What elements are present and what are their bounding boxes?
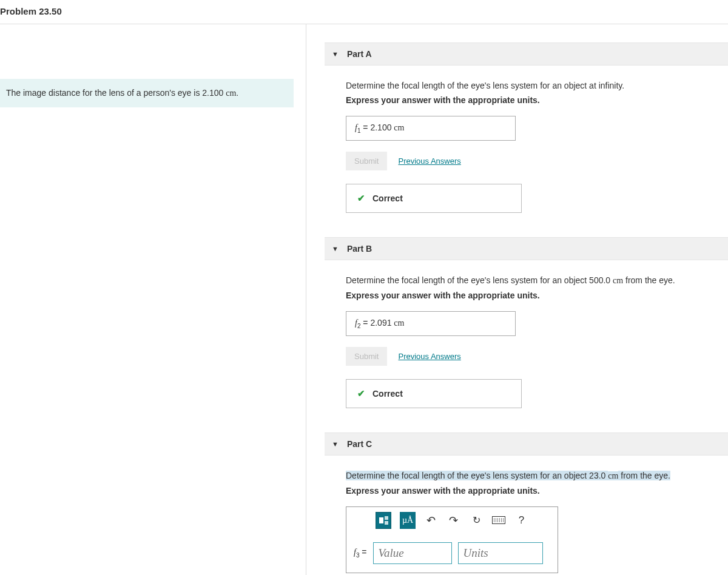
special-chars-icon[interactable]: µÅ [400, 512, 416, 529]
previous-answers-link[interactable]: Previous Answers [398, 156, 460, 166]
part-b-label: Part B [347, 244, 372, 254]
part-a-label: Part A [347, 49, 372, 59]
part-a-answer: f1 = 2.100 cm [346, 116, 516, 141]
part-c-hint: Express your answer with the appropriate… [346, 486, 707, 496]
part-b-body: Determine the focal length of the eye's … [325, 260, 728, 408]
part-b-answer: f2 = 2.091 cm [346, 311, 516, 336]
part-b-hint: Express your answer with the appropriate… [346, 291, 707, 300]
part-c-body: Determine the focal length of the eye's … [325, 456, 728, 575]
part-b-prompt: Determine the focal length of the eye's … [346, 275, 707, 286]
templates-icon[interactable] [376, 512, 391, 529]
part-c-input-row: f3 = [346, 534, 558, 573]
caret-down-icon: ▼ [332, 440, 339, 448]
part-c-prompt-unit: cm [608, 471, 618, 480]
part-a-value: 2.100 [370, 123, 391, 132]
part-a-header[interactable]: ▼ Part A [325, 42, 728, 66]
part-c: ▼ Part C Determine the focal length of t… [325, 432, 728, 575]
caret-down-icon: ▼ [332, 245, 339, 252]
right-column: ▼ Part A Determine the focal length of t… [306, 24, 728, 575]
equals: = [363, 123, 370, 132]
answer-toolbar: µÅ ↶ ↷ ↻ ? [346, 507, 558, 534]
submit-button: Submit [346, 347, 387, 366]
part-b-buttons: Submit Previous Answers [346, 347, 707, 366]
previous-answers-link[interactable]: Previous Answers [398, 352, 460, 361]
check-icon: ✔ [357, 193, 365, 204]
part-c-prompt-post: from the eye. [618, 471, 670, 480]
part-b-prompt-unit: cm [613, 276, 623, 285]
part-b-unit: cm [394, 318, 404, 328]
part-a-correct: ✔ Correct [346, 184, 522, 213]
correct-label: Correct [372, 389, 403, 398]
part-c-prompt-pre: Determine the focal length of the eye's … [346, 471, 608, 480]
part-b-value: 2.091 [370, 318, 391, 328]
left-column: The image distance for the lens of a per… [0, 24, 306, 575]
part-a-buttons: Submit Previous Answers [346, 152, 707, 170]
submit-button: Submit [346, 152, 387, 170]
part-a-hint: Express your answer with the appropriate… [346, 95, 707, 105]
part-b-header[interactable]: ▼ Part B [325, 237, 728, 260]
page-header: Problem 23.50 [0, 0, 728, 24]
part-c-label: Part C [347, 439, 372, 449]
problem-unit: cm [226, 89, 236, 98]
part-b-correct: ✔ Correct [346, 379, 522, 408]
part-c-var-label: f3 = [354, 547, 367, 559]
part-c-header[interactable]: ▼ Part C [325, 432, 728, 456]
equals: = [363, 318, 370, 328]
problem-statement: The image distance for the lens of a per… [0, 79, 294, 107]
problem-text-prefix: The image distance for the lens of a per… [6, 88, 226, 98]
page-title: Problem 23.50 [0, 6, 62, 16]
reset-icon[interactable]: ↻ [470, 512, 484, 529]
part-c-prompt: Determine the focal length of the eye's … [346, 471, 707, 481]
part-b: ▼ Part B Determine the focal length of t… [325, 237, 728, 408]
correct-label: Correct [372, 193, 403, 203]
redo-icon[interactable]: ↷ [447, 512, 460, 529]
value-input[interactable] [373, 542, 452, 564]
part-a-body: Determine the focal length of the eye's … [325, 66, 728, 213]
check-icon: ✔ [357, 388, 365, 399]
part-c-answer-widget: µÅ ↶ ↷ ↻ ? f3 = [346, 506, 558, 573]
part-a: ▼ Part A Determine the focal length of t… [325, 42, 728, 213]
part-a-sub: 1 [357, 127, 361, 134]
part-b-prompt-post: from the eye. [623, 275, 675, 285]
help-icon[interactable]: ? [514, 512, 528, 529]
part-a-prompt: Determine the focal length of the eye's … [346, 81, 707, 90]
part-b-sub: 2 [357, 323, 361, 329]
content-columns: The image distance for the lens of a per… [0, 24, 728, 575]
keyboard-icon[interactable] [492, 512, 506, 529]
part-a-unit: cm [394, 123, 404, 132]
caret-down-icon: ▼ [332, 50, 339, 58]
part-b-prompt-pre: Determine the focal length of the eye's … [346, 275, 613, 285]
problem-text-suffix: . [236, 88, 238, 98]
undo-icon[interactable]: ↶ [424, 512, 438, 529]
units-input[interactable] [458, 542, 543, 564]
